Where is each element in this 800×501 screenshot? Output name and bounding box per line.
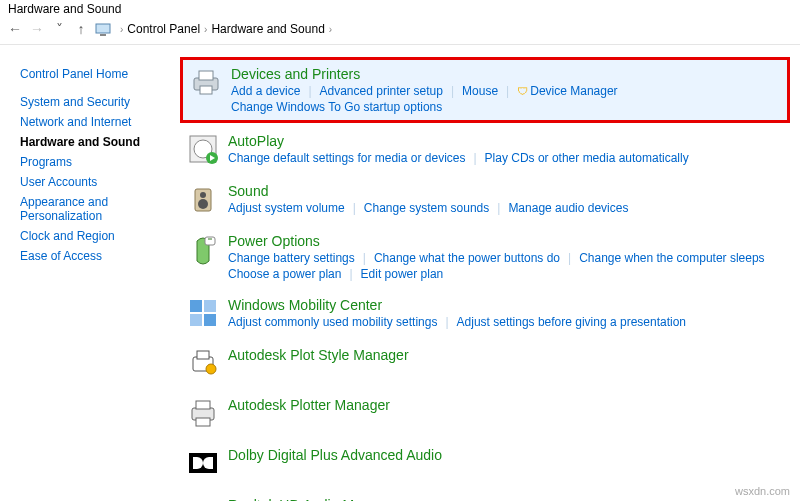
category-links: Adjust system volume|Change system sound… <box>228 201 786 215</box>
task-link[interactable]: Edit power plan <box>361 267 444 281</box>
control-panel-home-link[interactable]: Control Panel Home <box>20 67 180 81</box>
breadcrumb-item[interactable]: Control Panel <box>127 22 200 36</box>
task-link[interactable]: Change default settings for media or dev… <box>228 151 465 165</box>
category-links: Change battery settings|Change what the … <box>228 251 786 265</box>
task-link[interactable]: Manage audio devices <box>508 201 628 215</box>
category: Dolby Digital Plus Advanced Audio <box>180 443 790 485</box>
svg-rect-14 <box>190 300 202 312</box>
sidebar-item[interactable]: Clock and Region <box>20 229 180 243</box>
plotter-icon <box>184 397 222 431</box>
link-divider: | <box>349 267 352 281</box>
mobility-icon <box>184 297 222 331</box>
svg-point-20 <box>206 364 216 374</box>
window-title: Hardware and Sound <box>0 0 800 18</box>
sidebar-item[interactable]: Programs <box>20 155 180 169</box>
link-divider: | <box>451 84 454 98</box>
task-link[interactable]: Advanced printer setup <box>320 84 443 98</box>
chevron-right-icon: › <box>204 24 207 35</box>
shield-icon: 🛡 <box>517 85 528 97</box>
category: Power OptionsChange battery settings|Cha… <box>180 229 790 285</box>
sidebar-item[interactable]: Ease of Access <box>20 249 180 263</box>
printer-icon <box>187 66 225 100</box>
category: AutoPlayChange default settings for medi… <box>180 129 790 171</box>
divider <box>0 44 800 45</box>
category-title[interactable]: Autodesk Plot Style Manager <box>228 347 409 363</box>
control-panel-icon <box>94 20 112 38</box>
link-divider: | <box>445 315 448 329</box>
category: SoundAdjust system volume|Change system … <box>180 179 790 221</box>
category-title[interactable]: Devices and Printers <box>231 66 360 82</box>
category-title[interactable]: Autodesk Plotter Manager <box>228 397 390 413</box>
breadcrumb: › Control Panel › Hardware and Sound › <box>120 22 332 36</box>
task-link[interactable]: Change what the power buttons do <box>374 251 560 265</box>
category-title[interactable]: Sound <box>228 183 268 199</box>
task-link[interactable]: Change when the computer sleeps <box>579 251 764 265</box>
svg-rect-17 <box>204 314 216 326</box>
chevron-right-icon: › <box>120 24 123 35</box>
up-button[interactable]: ↑ <box>72 21 90 37</box>
svg-rect-16 <box>190 314 202 326</box>
speaker-icon <box>184 183 222 217</box>
link-divider: | <box>363 251 366 265</box>
svg-rect-12 <box>205 237 215 245</box>
link-divider: | <box>506 84 509 98</box>
svg-rect-4 <box>200 86 212 94</box>
category-links: Adjust commonly used mobility settings|A… <box>228 315 786 329</box>
chevron-right-icon: › <box>329 24 332 35</box>
sidebar: Control Panel Home System and SecurityNe… <box>0 51 180 501</box>
autoplay-icon <box>184 133 222 167</box>
svg-rect-1 <box>100 34 106 36</box>
svg-point-11 <box>198 199 208 209</box>
category: Devices and PrintersAdd a device|Advance… <box>180 57 790 123</box>
category-title[interactable]: AutoPlay <box>228 133 284 149</box>
category-links: Change Windows To Go startup options <box>231 100 783 114</box>
task-link[interactable]: Change system sounds <box>364 201 489 215</box>
sidebar-item[interactable]: Network and Internet <box>20 115 180 129</box>
task-link[interactable]: Adjust commonly used mobility settings <box>228 315 437 329</box>
nav-bar: ← → ˅ ↑ › Control Panel › Hardware and S… <box>0 18 800 44</box>
task-link[interactable]: Choose a power plan <box>228 267 341 281</box>
history-dropdown[interactable]: ˅ <box>50 21 68 37</box>
plotstyle-icon <box>184 347 222 381</box>
forward-button[interactable]: → <box>28 21 46 37</box>
back-button[interactable]: ← <box>6 21 24 37</box>
task-link[interactable]: 🛡Device Manager <box>517 84 617 98</box>
category-title[interactable]: Realtek HD Audio Manager <box>228 497 398 501</box>
task-link[interactable]: Mouse <box>462 84 498 98</box>
task-link[interactable]: Change Windows To Go startup options <box>231 100 442 114</box>
sidebar-item[interactable]: Appearance and Personalization <box>20 195 180 223</box>
breadcrumb-item[interactable]: Hardware and Sound <box>211 22 324 36</box>
svg-rect-0 <box>96 24 110 33</box>
category-title[interactable]: Power Options <box>228 233 320 249</box>
svg-rect-19 <box>197 351 209 359</box>
main-content: Devices and PrintersAdd a device|Advance… <box>180 51 800 501</box>
svg-rect-15 <box>204 300 216 312</box>
battery-icon <box>184 233 222 267</box>
svg-rect-23 <box>196 418 210 426</box>
category: Realtek HD Audio Manager <box>180 493 790 501</box>
link-divider: | <box>568 251 571 265</box>
category: Windows Mobility CenterAdjust commonly u… <box>180 293 790 335</box>
dolby-icon <box>184 447 222 481</box>
task-link[interactable]: Add a device <box>231 84 300 98</box>
sidebar-item[interactable]: System and Security <box>20 95 180 109</box>
link-divider: | <box>497 201 500 215</box>
task-link[interactable]: Adjust system volume <box>228 201 345 215</box>
category-links: Change default settings for media or dev… <box>228 151 786 165</box>
task-link[interactable]: Change battery settings <box>228 251 355 265</box>
task-link[interactable]: Adjust settings before giving a presenta… <box>457 315 686 329</box>
svg-rect-3 <box>199 71 213 80</box>
sidebar-item[interactable]: User Accounts <box>20 175 180 189</box>
category: Autodesk Plot Style Manager <box>180 343 790 385</box>
category: Autodesk Plotter Manager <box>180 393 790 435</box>
svg-rect-22 <box>196 401 210 409</box>
sidebar-item[interactable]: Hardware and Sound <box>20 135 180 149</box>
realtek-icon <box>184 497 222 501</box>
svg-point-10 <box>200 192 206 198</box>
category-links: Add a device|Advanced printer setup|Mous… <box>231 84 783 98</box>
category-title[interactable]: Windows Mobility Center <box>228 297 382 313</box>
category-title[interactable]: Dolby Digital Plus Advanced Audio <box>228 447 442 463</box>
task-link[interactable]: Play CDs or other media automatically <box>485 151 689 165</box>
category-links: Choose a power plan|Edit power plan <box>228 267 786 281</box>
link-divider: | <box>308 84 311 98</box>
